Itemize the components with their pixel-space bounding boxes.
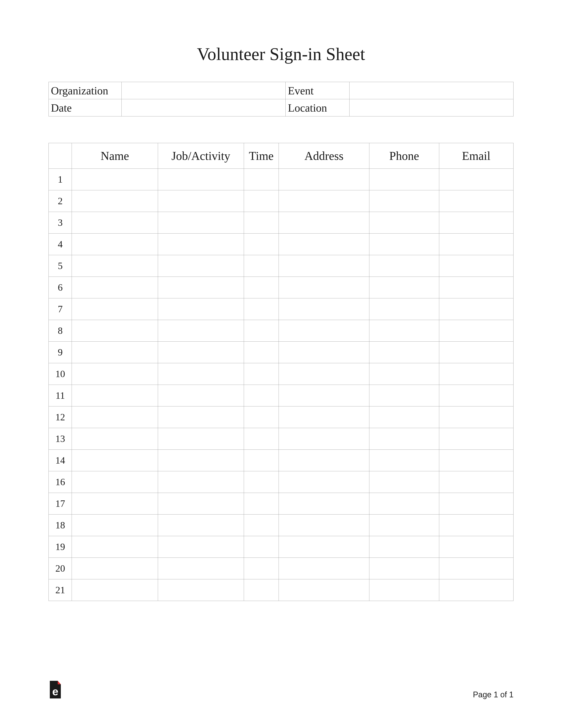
cell-job[interactable]	[158, 363, 244, 385]
cell-address[interactable]	[279, 536, 369, 558]
cell-name[interactable]	[72, 579, 158, 601]
cell-address[interactable]	[279, 558, 369, 579]
cell-job[interactable]	[158, 579, 244, 601]
cell-time[interactable]	[244, 579, 279, 601]
cell-phone[interactable]	[369, 255, 439, 277]
cell-phone[interactable]	[369, 320, 439, 342]
cell-time[interactable]	[244, 536, 279, 558]
cell-email[interactable]	[439, 277, 513, 298]
cell-time[interactable]	[244, 363, 279, 385]
cell-phone[interactable]	[369, 493, 439, 515]
cell-job[interactable]	[158, 320, 244, 342]
cell-time[interactable]	[244, 493, 279, 515]
cell-job[interactable]	[158, 277, 244, 298]
cell-address[interactable]	[279, 450, 369, 471]
cell-email[interactable]	[439, 385, 513, 406]
cell-phone[interactable]	[369, 450, 439, 471]
cell-email[interactable]	[439, 493, 513, 515]
cell-job[interactable]	[158, 471, 244, 493]
cell-job[interactable]	[158, 298, 244, 320]
cell-phone[interactable]	[369, 190, 439, 212]
cell-email[interactable]	[439, 536, 513, 558]
cell-name[interactable]	[72, 428, 158, 450]
cell-name[interactable]	[72, 536, 158, 558]
cell-job[interactable]	[158, 234, 244, 255]
cell-address[interactable]	[279, 471, 369, 493]
cell-address[interactable]	[279, 277, 369, 298]
cell-email[interactable]	[439, 515, 513, 536]
location-value[interactable]	[349, 99, 513, 116]
cell-name[interactable]	[72, 190, 158, 212]
cell-time[interactable]	[244, 234, 279, 255]
cell-address[interactable]	[279, 320, 369, 342]
cell-email[interactable]	[439, 169, 513, 190]
cell-name[interactable]	[72, 385, 158, 406]
cell-email[interactable]	[439, 320, 513, 342]
cell-address[interactable]	[279, 298, 369, 320]
cell-job[interactable]	[158, 493, 244, 515]
cell-email[interactable]	[439, 471, 513, 493]
cell-time[interactable]	[244, 320, 279, 342]
cell-name[interactable]	[72, 342, 158, 363]
cell-name[interactable]	[72, 515, 158, 536]
organization-value[interactable]	[122, 82, 285, 99]
cell-name[interactable]	[72, 277, 158, 298]
cell-time[interactable]	[244, 515, 279, 536]
cell-address[interactable]	[279, 493, 369, 515]
cell-name[interactable]	[72, 298, 158, 320]
cell-phone[interactable]	[369, 363, 439, 385]
cell-job[interactable]	[158, 558, 244, 579]
cell-email[interactable]	[439, 190, 513, 212]
cell-phone[interactable]	[369, 428, 439, 450]
cell-name[interactable]	[72, 471, 158, 493]
cell-email[interactable]	[439, 450, 513, 471]
cell-phone[interactable]	[369, 558, 439, 579]
event-value[interactable]	[349, 82, 513, 99]
cell-job[interactable]	[158, 342, 244, 363]
cell-address[interactable]	[279, 406, 369, 428]
cell-time[interactable]	[244, 428, 279, 450]
cell-email[interactable]	[439, 298, 513, 320]
cell-name[interactable]	[72, 255, 158, 277]
cell-phone[interactable]	[369, 406, 439, 428]
cell-name[interactable]	[72, 234, 158, 255]
cell-time[interactable]	[244, 190, 279, 212]
cell-address[interactable]	[279, 363, 369, 385]
cell-address[interactable]	[279, 428, 369, 450]
cell-job[interactable]	[158, 385, 244, 406]
cell-time[interactable]	[244, 255, 279, 277]
cell-name[interactable]	[72, 450, 158, 471]
cell-phone[interactable]	[369, 212, 439, 234]
cell-name[interactable]	[72, 363, 158, 385]
cell-email[interactable]	[439, 406, 513, 428]
cell-name[interactable]	[72, 493, 158, 515]
cell-email[interactable]	[439, 363, 513, 385]
cell-phone[interactable]	[369, 515, 439, 536]
cell-name[interactable]	[72, 558, 158, 579]
cell-phone[interactable]	[369, 342, 439, 363]
cell-address[interactable]	[279, 234, 369, 255]
cell-phone[interactable]	[369, 385, 439, 406]
cell-phone[interactable]	[369, 579, 439, 601]
cell-job[interactable]	[158, 169, 244, 190]
cell-time[interactable]	[244, 385, 279, 406]
cell-address[interactable]	[279, 515, 369, 536]
cell-email[interactable]	[439, 579, 513, 601]
cell-time[interactable]	[244, 558, 279, 579]
cell-job[interactable]	[158, 428, 244, 450]
cell-job[interactable]	[158, 515, 244, 536]
cell-job[interactable]	[158, 450, 244, 471]
cell-phone[interactable]	[369, 471, 439, 493]
cell-time[interactable]	[244, 298, 279, 320]
cell-address[interactable]	[279, 212, 369, 234]
cell-email[interactable]	[439, 234, 513, 255]
cell-phone[interactable]	[369, 536, 439, 558]
cell-address[interactable]	[279, 169, 369, 190]
cell-job[interactable]	[158, 536, 244, 558]
cell-job[interactable]	[158, 406, 244, 428]
cell-name[interactable]	[72, 320, 158, 342]
cell-email[interactable]	[439, 342, 513, 363]
cell-address[interactable]	[279, 385, 369, 406]
cell-job[interactable]	[158, 190, 244, 212]
cell-address[interactable]	[279, 342, 369, 363]
